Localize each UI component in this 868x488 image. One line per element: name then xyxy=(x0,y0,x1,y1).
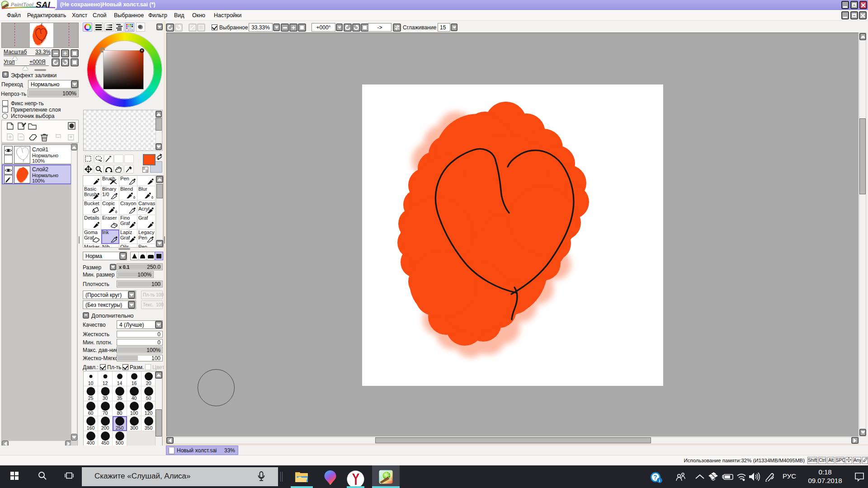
svg-text:?: ? xyxy=(653,474,657,481)
svg-text:SAI: SAI xyxy=(36,0,50,9)
svg-text:PaintTool: PaintTool xyxy=(11,2,34,7)
svg-text:i: i xyxy=(659,479,660,483)
